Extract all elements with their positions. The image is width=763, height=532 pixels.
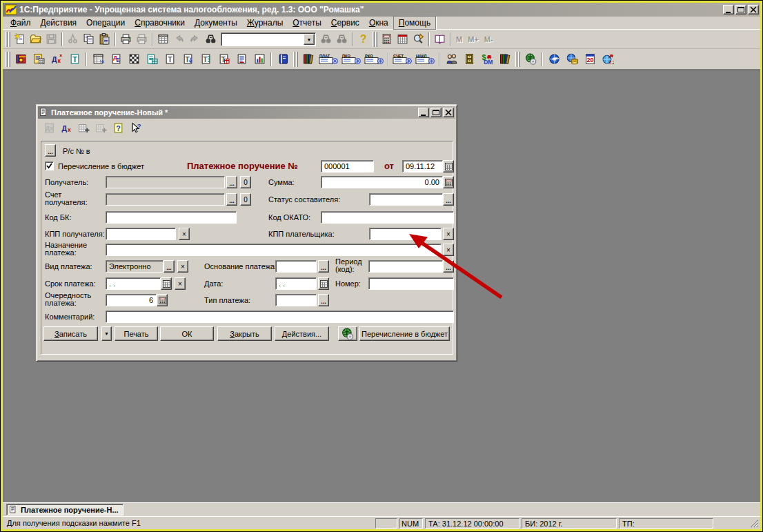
kpp-recipient-field[interactable] — [106, 228, 176, 240]
kpp-recipient-clear-button[interactable]: × — [179, 228, 190, 240]
actions-button[interactable]: Действия... — [275, 326, 329, 341]
save-button[interactable]: Записать — [43, 326, 98, 341]
date2-field[interactable]: . . — [275, 277, 317, 290]
menu-помощь[interactable]: Помощь — [393, 16, 436, 30]
reference-book-icon[interactable] — [274, 51, 292, 68]
document-number-field[interactable]: 000001 — [321, 160, 374, 173]
close-dialog-button[interactable]: Закрыть — [217, 326, 272, 341]
copy-icon[interactable] — [81, 31, 97, 48]
comment-field[interactable] — [106, 311, 454, 323]
calendar-icon[interactable] — [395, 31, 410, 48]
budget-transfer-button[interactable]: Перечисление в бюджет — [359, 326, 450, 341]
search-combobox[interactable]: ▼ — [221, 32, 316, 46]
find-previous-icon[interactable] — [334, 31, 350, 48]
compiler-status-field[interactable] — [369, 193, 443, 206]
term-clear-button[interactable]: × — [175, 277, 186, 290]
menu-сервис[interactable]: Сервис — [326, 17, 364, 29]
payment-kind-select-button[interactable]: ... — [164, 260, 175, 273]
memory-add-button[interactable]: М+ — [465, 35, 482, 43]
find-icon[interactable] — [203, 31, 219, 48]
dtkt-postings-icon[interactable]: Дх — [59, 121, 73, 135]
document-report-icon[interactable] — [232, 51, 250, 68]
menu-справочники[interactable]: Справочники — [130, 17, 190, 29]
report-detail-icon[interactable]: Т — [179, 51, 197, 68]
report-icon[interactable]: Т — [161, 51, 179, 68]
currencies-icon[interactable]: $₴DM — [478, 51, 496, 68]
menu-действия[interactable]: Действия — [36, 17, 82, 29]
waybill-icon[interactable]: НАКЛ — [414, 51, 437, 68]
postings-icon[interactable]: Дк — [48, 51, 66, 68]
maximize-button[interactable] — [735, 5, 746, 14]
date-calendar-button[interactable] — [443, 160, 454, 173]
calendar-20-icon[interactable]: 20 — [581, 51, 599, 68]
memory-recall-button[interactable]: М — [453, 35, 465, 43]
calculator-icon[interactable] — [379, 31, 395, 48]
turnover-sheet-icon[interactable] — [125, 51, 143, 68]
report-list-icon[interactable]: Т — [197, 51, 215, 68]
number2-field[interactable] — [368, 277, 454, 290]
context-help-icon[interactable]: ? — [128, 121, 142, 135]
payment-basis-select-button[interactable]: ... — [318, 260, 329, 273]
documents-journals-icon[interactable] — [299, 51, 317, 68]
online-support-icon[interactable] — [522, 51, 539, 68]
chart-report-icon[interactable] — [250, 51, 268, 68]
toolbar-handle[interactable] — [373, 32, 377, 47]
table-icon[interactable] — [155, 31, 171, 48]
constants-icon[interactable] — [496, 51, 514, 68]
purpose-clear-button[interactable]: × — [443, 244, 454, 256]
recipient-account-zero-button[interactable]: 0 — [240, 193, 251, 206]
print-button[interactable]: Печать — [115, 326, 158, 341]
help-doc-icon[interactable]: ? — [111, 121, 125, 135]
chart-of-accounts-icon[interactable]: № — [89, 51, 107, 68]
okato-field[interactable] — [321, 211, 454, 224]
taskbar-window-button[interactable]: Платежное поручение-Н... — [6, 504, 123, 515]
paste-icon[interactable] — [97, 31, 112, 48]
combobox-dropdown-icon[interactable]: ▼ — [304, 34, 315, 45]
postings-journal-icon[interactable]: ДΣ — [107, 51, 125, 68]
v77-update-icon[interactable]: 7.7 — [599, 51, 617, 68]
period-field[interactable] — [368, 260, 443, 273]
recipient-select-button[interactable]: ... — [226, 176, 237, 188]
term-field[interactable]: . . — [106, 277, 161, 290]
payment-basis-field[interactable] — [275, 260, 317, 273]
budget-checkbox[interactable] — [45, 161, 54, 170]
description-icon[interactable] — [432, 31, 448, 48]
undo-icon[interactable] — [171, 31, 187, 48]
close-button[interactable] — [748, 5, 759, 14]
payment-kind-clear-button[interactable]: × — [177, 260, 188, 273]
print-preview-icon[interactable] — [134, 31, 150, 48]
save-dropdown-button[interactable]: ▼ — [101, 326, 112, 341]
nomenclature-icon[interactable] — [460, 51, 478, 68]
cut-icon[interactable] — [65, 31, 81, 48]
minimize-button[interactable] — [723, 5, 734, 14]
open-icon[interactable] — [28, 31, 43, 48]
menu-документы[interactable]: Документы — [190, 17, 242, 29]
term-calendar-button[interactable] — [161, 277, 172, 290]
menu-окна[interactable]: Окна — [364, 17, 393, 29]
invoice-icon[interactable]: СЧЕТ — [391, 51, 414, 68]
table-add-icon[interactable] — [77, 121, 90, 135]
payment-kind-field[interactable]: Электронно — [106, 260, 164, 273]
kbk-field[interactable] — [106, 211, 237, 224]
compiler-status-select-button[interactable]: ... — [443, 193, 454, 206]
menu-журналы[interactable]: Журналы — [242, 17, 288, 29]
document-date-field[interactable]: 09.11.12 — [402, 160, 443, 173]
kpp-payer-clear-button[interactable]: × — [443, 228, 454, 240]
guide-book-icon[interactable] — [12, 51, 30, 68]
go-to-operation-icon[interactable]: Дх — [42, 121, 56, 135]
ok-button[interactable]: ОК — [160, 326, 214, 341]
save-icon[interactable] — [43, 31, 59, 48]
cash-expense-icon[interactable]: РКО — [363, 51, 386, 68]
kpp-payer-field[interactable] — [369, 228, 442, 240]
recipient-account-select-button[interactable]: ... — [226, 193, 237, 206]
find-next-icon[interactable] — [318, 31, 334, 48]
account-analysis-icon[interactable] — [143, 51, 161, 68]
combobox-value[interactable] — [221, 33, 303, 46]
resize-grip[interactable] — [749, 518, 759, 528]
period-select-button[interactable]: ... — [443, 260, 454, 273]
table-copy-icon[interactable] — [94, 121, 108, 135]
toolbar-handle[interactable] — [6, 52, 10, 67]
journal-icon[interactable] — [30, 51, 48, 68]
cash-receipt-icon[interactable]: ПКО — [340, 51, 363, 68]
priority-field[interactable]: 6 — [106, 294, 157, 306]
